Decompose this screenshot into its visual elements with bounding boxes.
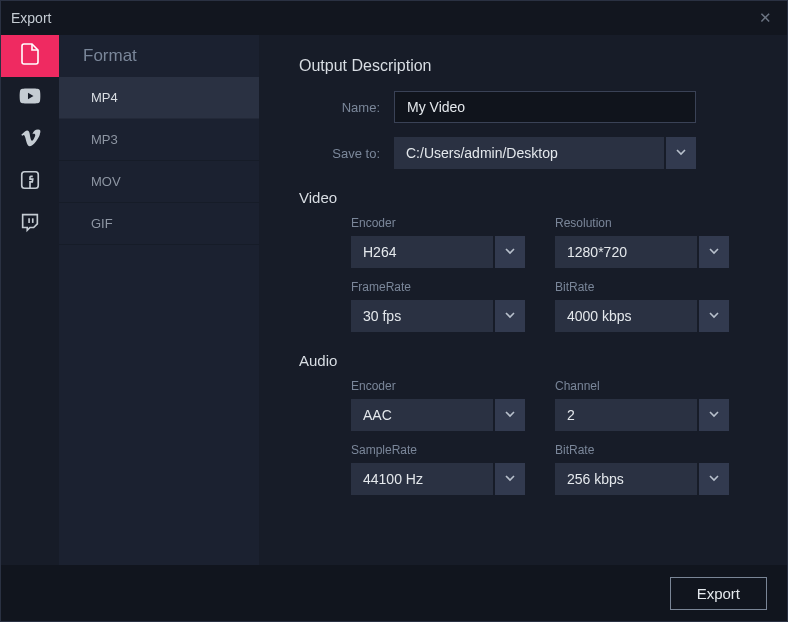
audio-encoder-dropdown-button[interactable] [495, 399, 525, 431]
audio-bitrate-select[interactable]: 256 kbps [555, 463, 697, 495]
samplerate-dropdown-button[interactable] [495, 463, 525, 495]
row-saveto: Save to: C:/Users/admin/Desktop [299, 137, 747, 169]
channel-select[interactable]: 2 [555, 399, 697, 431]
chevron-down-icon [504, 470, 516, 488]
field-audio-encoder: Encoder AAC [351, 379, 525, 431]
samplerate-label: SampleRate [351, 443, 525, 457]
video-bitrate-label: BitRate [555, 280, 729, 294]
field-resolution: Resolution 1280*720 [555, 216, 729, 268]
dialog-footer: Export [1, 565, 787, 621]
framerate-label: FrameRate [351, 280, 525, 294]
saveto-dropdown-button[interactable] [666, 137, 696, 169]
framerate-dropdown-button[interactable] [495, 300, 525, 332]
name-label: Name: [299, 100, 394, 115]
saveto-label: Save to: [299, 146, 394, 161]
chevron-down-icon [708, 470, 720, 488]
format-item-mp3[interactable]: MP3 [59, 119, 259, 161]
chevron-down-icon [504, 406, 516, 424]
settings-panel: Output Description Name: Save to: C:/Use… [259, 35, 787, 565]
export-dialog: Export ✕ [0, 0, 788, 622]
field-video-encoder: Encoder H264 [351, 216, 525, 268]
video-bitrate-dropdown-button[interactable] [699, 300, 729, 332]
sidebar-header: Format [59, 35, 259, 77]
channel-dropdown-button[interactable] [699, 399, 729, 431]
samplerate-select[interactable]: 44100 Hz [351, 463, 493, 495]
video-bitrate-select[interactable]: 4000 kbps [555, 300, 697, 332]
audio-bitrate-dropdown-button[interactable] [699, 463, 729, 495]
twitch-icon [19, 211, 41, 237]
name-input[interactable] [394, 91, 696, 123]
file-icon [18, 42, 42, 70]
youtube-icon [19, 85, 41, 111]
target-youtube[interactable] [1, 77, 59, 119]
format-item-label: MP3 [91, 132, 118, 147]
field-samplerate: SampleRate 44100 Hz [351, 443, 525, 495]
facebook-icon [19, 169, 41, 195]
channel-label: Channel [555, 379, 729, 393]
format-sidebar: Format MP4 MP3 MOV GIF [59, 35, 259, 565]
audio-encoder-select[interactable]: AAC [351, 399, 493, 431]
resolution-dropdown-button[interactable] [699, 236, 729, 268]
format-item-label: MOV [91, 174, 121, 189]
audio-encoder-label: Encoder [351, 379, 525, 393]
section-output-title: Output Description [299, 57, 747, 75]
field-audio-bitrate: BitRate 256 kbps [555, 443, 729, 495]
field-channel: Channel 2 [555, 379, 729, 431]
format-item-mp4[interactable]: MP4 [59, 77, 259, 119]
framerate-select[interactable]: 30 fps [351, 300, 493, 332]
chevron-down-icon [504, 243, 516, 261]
audio-bitrate-label: BitRate [555, 443, 729, 457]
field-video-bitrate: BitRate 4000 kbps [555, 280, 729, 332]
export-button[interactable]: Export [670, 577, 767, 610]
target-iconbar [1, 35, 59, 565]
resolution-select[interactable]: 1280*720 [555, 236, 697, 268]
chevron-down-icon [708, 243, 720, 261]
window-title: Export [11, 10, 51, 26]
video-encoder-select[interactable]: H264 [351, 236, 493, 268]
chevron-down-icon [675, 144, 687, 162]
target-twitch[interactable] [1, 203, 59, 245]
format-item-gif[interactable]: GIF [59, 203, 259, 245]
saveto-select[interactable]: C:/Users/admin/Desktop [394, 137, 664, 169]
target-file[interactable] [1, 35, 59, 77]
close-button[interactable]: ✕ [753, 6, 777, 30]
resolution-label: Resolution [555, 216, 729, 230]
target-facebook[interactable] [1, 161, 59, 203]
format-item-mov[interactable]: MOV [59, 161, 259, 203]
close-icon: ✕ [759, 9, 772, 27]
section-video-title: Video [299, 189, 747, 206]
dialog-body: Format MP4 MP3 MOV GIF Output Descriptio… [1, 35, 787, 565]
chevron-down-icon [708, 307, 720, 325]
format-item-label: GIF [91, 216, 113, 231]
video-encoder-dropdown-button[interactable] [495, 236, 525, 268]
video-encoder-label: Encoder [351, 216, 525, 230]
section-audio-title: Audio [299, 352, 747, 369]
chevron-down-icon [504, 307, 516, 325]
target-vimeo[interactable] [1, 119, 59, 161]
format-item-label: MP4 [91, 90, 118, 105]
saveto-value: C:/Users/admin/Desktop [406, 145, 558, 161]
field-framerate: FrameRate 30 fps [351, 280, 525, 332]
chevron-down-icon [708, 406, 720, 424]
row-name: Name: [299, 91, 747, 123]
vimeo-icon [19, 127, 41, 153]
titlebar: Export ✕ [1, 1, 787, 35]
